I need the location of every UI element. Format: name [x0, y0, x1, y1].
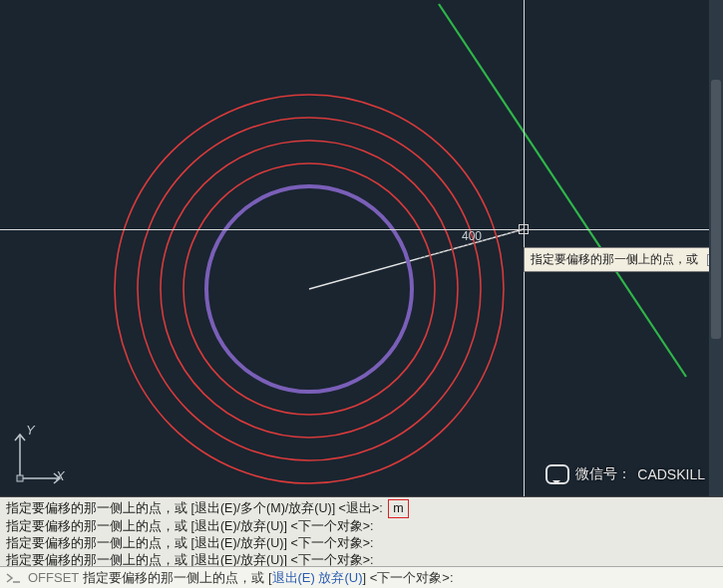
dynamic-input-tooltip: 指定要偏移的那一侧上的点，或: [524, 247, 723, 272]
history-line: 指定要偏移的那一侧上的点，或 [退出(E)/多个(M)/放弃(U)] <退出>:…: [6, 499, 717, 518]
wechat-icon: [545, 464, 569, 484]
history-input-m: m: [388, 499, 408, 518]
history-line: 指定要偏移的那一侧上的点，或 [退出(E)/放弃(U)] <下一个对象>:: [6, 552, 717, 566]
svg-rect-2: [17, 475, 23, 481]
offset-distance-readout: 400: [462, 229, 482, 243]
command-line[interactable]: OFFSET 指定要偏移的那一侧上的点，或 [ 退出(E) 放弃(U) ] <下…: [0, 566, 723, 588]
tooltip-text: 指定要偏移的那一侧上的点，或: [531, 252, 698, 266]
crosshair-horizontal: [0, 229, 723, 230]
command-option-exit[interactable]: 退出(E): [272, 569, 315, 587]
watermark: 微信号： CADSKILL: [545, 464, 705, 484]
command-history[interactable]: 指定要偏移的那一侧上的点，或 [退出(E)/多个(M)/放弃(U)] <退出>:…: [0, 496, 723, 566]
command-line-icon: [6, 571, 22, 585]
drawing-canvas[interactable]: 400 指定要偏移的那一侧上的点，或 Y X 微信号： CADSKILL: [0, 0, 723, 496]
watermark-label: 微信号：: [575, 465, 631, 483]
command-prompt-prefix: 指定要偏移的那一侧上的点，或 [: [83, 569, 271, 587]
history-line: 指定要偏移的那一侧上的点，或 [退出(E)/放弃(U)] <下一个对象>:: [6, 518, 717, 535]
ucs-icon: Y X: [12, 421, 72, 490]
active-command-name: OFFSET: [28, 570, 79, 585]
ucs-y-label: Y: [26, 423, 35, 438]
command-prompt-suffix: ] <下一个对象>:: [363, 569, 454, 587]
pick-box: [519, 224, 529, 234]
vertical-scrollbar[interactable]: [709, 0, 723, 496]
history-line: 指定要偏移的那一侧上的点，或 [退出(E)/放弃(U)] <下一个对象>:: [6, 535, 717, 552]
watermark-value: CADSKILL: [637, 466, 705, 482]
scrollbar-thumb[interactable]: [711, 80, 721, 339]
command-option-undo[interactable]: 放弃(U): [318, 569, 362, 587]
ucs-x-label: X: [56, 468, 65, 483]
